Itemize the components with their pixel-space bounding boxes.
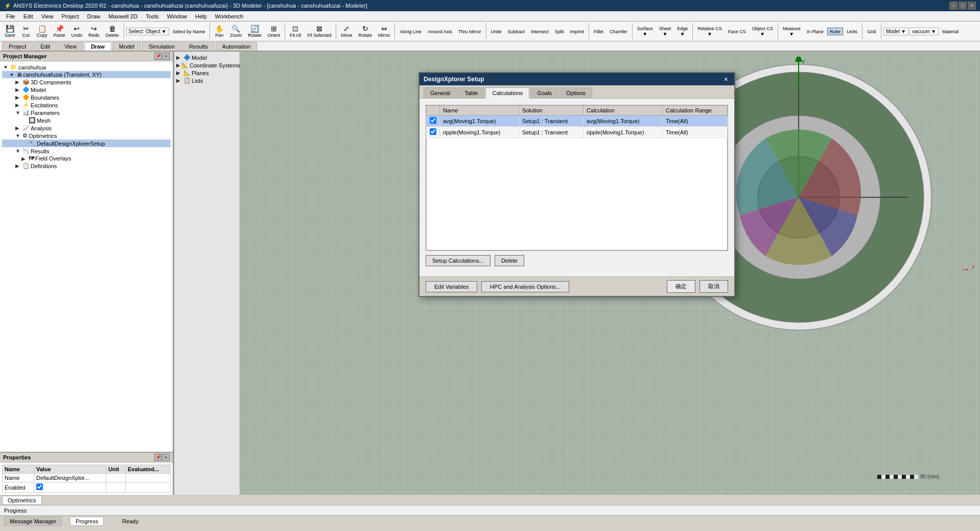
tab-automation[interactable]: Automation [216,42,258,51]
status-message-manager[interactable]: Message Manager [4,517,62,526]
col-name[interactable]: Name [440,106,519,116]
menu-draw[interactable]: Draw [83,12,105,20]
row1-check[interactable] [427,116,440,127]
row1-checkbox[interactable] [430,117,436,124]
undo-button[interactable]: ↩ Undo [69,24,85,39]
select-object-dropdown[interactable]: Select: Object ▼ [126,28,169,35]
material-button[interactable]: Material [940,28,961,35]
tree-toggle-field-overlays[interactable]: ▶ [21,156,28,161]
setup-calculations-button[interactable]: Setup Calculations... [426,255,491,266]
title-bar-controls[interactable]: − □ × [949,2,976,10]
tree-node-designxplorer[interactable]: 🔧 DefaultDesignXplorerSetup [2,140,171,147]
dialog-tab-options[interactable]: Options [559,87,592,98]
menu-edit[interactable]: Edit [19,12,37,20]
delete-button[interactable]: 🗑 Delete [103,24,122,39]
panel-close-button[interactable]: × [162,53,170,60]
unite-button[interactable]: Unite [488,28,504,35]
prop-enabled-value[interactable] [34,482,106,493]
tree-node-child1[interactable]: ▼ 🖥 canshuhuafuzai (Transient, XY) [2,71,171,78]
tree-node-boundaries[interactable]: ▶ 🔶 Boundaries [2,94,171,101]
properties-close-button[interactable]: × [162,454,170,461]
tab-project[interactable]: Project [2,42,33,51]
edit-variables-button[interactable]: Edit Variables [426,281,477,292]
tree-node-3d[interactable]: ▶ 📦 3D Components [2,78,171,86]
move-button[interactable]: ⤢ Move [338,24,355,39]
tree-node-parameters[interactable]: ▼ 📊 Parameters [2,109,171,117]
menu-maxwell2d[interactable]: Maxwell 2D [104,12,142,20]
tree-toggle-root[interactable]: ▼ [3,64,9,70]
tab-model[interactable]: Model [112,42,141,51]
tree-toggle-boundaries[interactable]: ▶ [15,95,21,100]
around-axis-button[interactable]: Around Axis [425,28,455,35]
save-button[interactable]: 💾 Save [2,24,18,39]
tree-node-results[interactable]: ▼ 📉 Results [2,147,171,155]
measure-button[interactable]: Measure ▼ [780,25,803,38]
tree-toggle-results[interactable]: ▼ [15,148,21,154]
ruler-button[interactable]: Ruler [827,28,844,35]
close-button[interactable]: × [968,2,976,10]
col-solution[interactable]: Solution [519,106,583,116]
menu-help[interactable]: Help [191,12,211,20]
dialog-tab-calculations[interactable]: Calculations [485,87,529,99]
menu-file[interactable]: File [2,12,19,20]
tree-toggle-3d[interactable]: ▶ [15,79,21,85]
status-progress-tab[interactable]: Progress [70,517,104,526]
in-plane-button[interactable]: In Plane [804,28,826,35]
imprint-button[interactable]: Imprint [568,28,587,35]
fit-all-button[interactable]: ⊡ Fit All [287,24,304,39]
fit-selected-button[interactable]: ⊠ Fil Selected [305,24,334,39]
properties-pin-button[interactable]: 📌 [154,454,161,461]
fillet-button[interactable]: Fillet [591,28,606,35]
relative-cs-button[interactable]: Relative CS ▼ [695,25,725,38]
tab-view[interactable]: View [58,42,83,51]
mirror-button[interactable]: ⇔ Mirror [376,24,393,39]
tree-toggle-analysis[interactable]: ▶ [15,125,21,131]
menu-tools[interactable]: Tools [142,12,163,20]
model-dropdown[interactable]: Model ▼ [883,28,908,35]
cut-button[interactable]: ✂ Cut [19,24,33,39]
menu-workbench[interactable]: Workbench [211,12,247,20]
tree-toggle-definitions[interactable]: ▶ [15,163,21,169]
menu-view[interactable]: View [37,12,58,20]
along-line-button[interactable]: Along Line [397,28,424,35]
menu-window[interactable]: Window [163,12,191,20]
zoom-button[interactable]: 🔍 Zoom [227,24,244,39]
tree-node-root[interactable]: ▼ 📁 canshuhua [2,63,171,71]
rotate2-button[interactable]: ↻ Rotate [356,24,375,39]
thru-mirror-button[interactable]: Thru Mirror [456,28,484,35]
dialog-tab-general[interactable]: General [424,87,457,98]
enabled-checkbox[interactable] [36,483,43,490]
tab-edit[interactable]: Edit [34,42,57,51]
tree-node-field-overlays[interactable]: ▶ 🗺 Field Overlays [2,155,171,162]
calc-row-1[interactable]: avg(Moving1.Torque) Setup1 : Transient a… [427,116,728,127]
tree-node-excitations[interactable]: ▶ ⚡ Excitations [2,101,171,109]
tree-toggle-optimetrics[interactable]: ▼ [15,133,21,138]
dialog-close-button[interactable]: × [722,75,730,83]
select-by-name-button[interactable]: Select by Name [170,28,208,35]
sheet-button[interactable]: Sheet ▼ [657,25,674,38]
edge-button[interactable]: Edge ▼ [674,25,690,38]
delete-button[interactable]: Delete [495,255,524,266]
tree-toggle-child1[interactable]: ▼ [9,72,15,78]
tree-toggle-excitations[interactable]: ▶ [15,102,21,108]
orient-button[interactable]: ⊞ Orient [265,24,283,39]
dialog-tab-table[interactable]: Table [458,87,484,98]
tab-draw[interactable]: Draw [84,42,111,51]
tab-simulation[interactable]: Simulation [142,42,181,51]
split-button[interactable]: Split [552,28,567,35]
tab-optimetrics[interactable]: Optimetrics [2,496,42,505]
tree-toggle-parameters[interactable]: ▼ [15,110,21,116]
intersect-button[interactable]: Intersect [528,28,551,35]
ok-button[interactable]: 确定 [667,280,695,293]
surface-button[interactable]: Surface ▼ [635,25,656,38]
copy-button[interactable]: 📋 Copy [34,24,50,39]
vacuum-dropdown[interactable]: vacuum ▼ [909,28,939,35]
minimize-button[interactable]: − [949,2,958,10]
menu-project[interactable]: Project [57,12,83,20]
restore-button[interactable]: □ [959,2,967,10]
hpc-options-button[interactable]: HPC and Analysis Options... [481,281,569,292]
grid-button[interactable]: Grid [865,28,879,35]
cancel-button[interactable]: 取消 [699,280,728,293]
col-calculation[interactable]: Calculation [584,106,663,116]
dialog-tab-goals[interactable]: Goals [530,87,558,98]
